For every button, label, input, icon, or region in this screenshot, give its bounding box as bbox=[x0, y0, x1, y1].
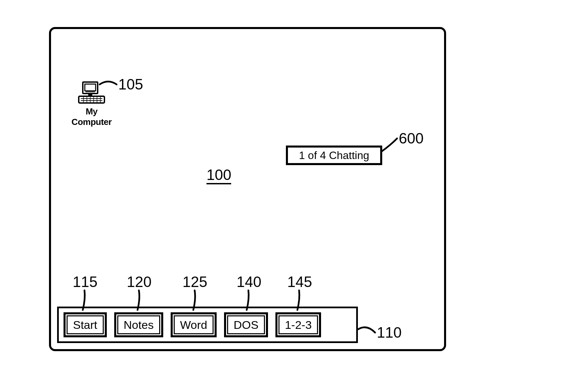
dos-button[interactable]: DOS bbox=[224, 312, 268, 337]
start-button-label: Start bbox=[73, 318, 97, 332]
ref-desktop: 100 bbox=[206, 167, 231, 184]
notification-text: 1 of 4 Chatting bbox=[299, 149, 369, 162]
notes-button-label: Notes bbox=[124, 318, 154, 332]
computer-icon bbox=[78, 81, 105, 104]
ref-word: 125 bbox=[182, 273, 207, 290]
ref-lotus: 145 bbox=[287, 273, 312, 290]
lotus-button[interactable]: 1-2-3 bbox=[275, 312, 321, 337]
svg-rect-1 bbox=[85, 84, 96, 91]
lotus-button-label: 1-2-3 bbox=[285, 318, 312, 332]
ref-start: 115 bbox=[73, 273, 97, 290]
taskbar: Start Notes Word DOS 1-2-3 bbox=[57, 307, 358, 343]
ref-notes: 120 bbox=[127, 273, 151, 290]
my-computer-icon[interactable]: My Computer bbox=[68, 81, 115, 127]
notification-box[interactable]: 1 of 4 Chatting bbox=[286, 146, 382, 165]
ref-dos: 140 bbox=[237, 273, 261, 290]
word-button[interactable]: Word bbox=[171, 312, 217, 337]
desktop-screen: My Computer 100 1 of 4 Chatting Start No… bbox=[49, 27, 446, 351]
my-computer-label: My Computer bbox=[68, 106, 115, 127]
start-button[interactable]: Start bbox=[64, 312, 107, 337]
notes-button[interactable]: Notes bbox=[114, 312, 163, 337]
ref-taskbar: 110 bbox=[377, 324, 401, 341]
ref-notification: 600 bbox=[399, 130, 423, 147]
ref-my-computer: 105 bbox=[118, 76, 143, 93]
svg-rect-3 bbox=[88, 94, 92, 96]
dos-button-label: DOS bbox=[234, 318, 259, 332]
word-button-label: Word bbox=[180, 318, 207, 332]
